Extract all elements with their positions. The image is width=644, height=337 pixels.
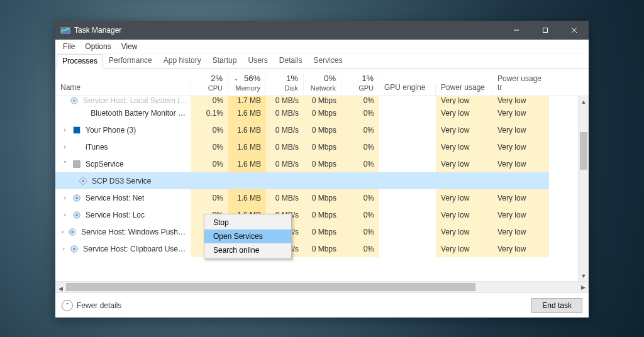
- cell-gpu: 0%: [341, 223, 379, 240]
- col-gpu[interactable]: 1%GPU: [341, 74, 379, 96]
- svg-point-18: [74, 248, 76, 250]
- chevron-up-icon: ⌃: [62, 300, 73, 311]
- cell-name: ›Service Host: Loc: [55, 206, 191, 223]
- col-power[interactable]: Power usage: [436, 83, 492, 96]
- cell-disk: 0 MB/s: [266, 96, 304, 104]
- tab-details[interactable]: Details: [274, 53, 308, 68]
- table-row[interactable]: ›Service Host: Net0%1.6 MB0 MB/s0 Mbps0%…: [55, 189, 578, 206]
- process-icon: [72, 210, 82, 220]
- scroll-up-icon[interactable]: ▲: [579, 96, 589, 107]
- ctx-open-services[interactable]: Open Services: [204, 229, 291, 243]
- col-gpuengine[interactable]: GPU engine: [379, 83, 436, 96]
- table-row[interactable]: SCP DS3 Service: [55, 172, 578, 189]
- process-name: Service Host: Windows Push…: [81, 228, 186, 236]
- window-title: Task Manager: [74, 26, 502, 35]
- vscroll-thumb[interactable]: [580, 132, 587, 170]
- cell-disk: 0 MB/s: [266, 155, 304, 172]
- process-icon: [72, 193, 82, 203]
- expander-icon[interactable]: ˅: [60, 160, 69, 167]
- cell-gpuengine: [379, 104, 436, 121]
- cell-gpuengine: [379, 189, 436, 206]
- col-cpu[interactable]: 2%CPU: [191, 74, 228, 96]
- expander-icon[interactable]: ›: [60, 228, 65, 235]
- cell-power: Very low: [436, 189, 492, 206]
- menu-options[interactable]: Options: [80, 41, 116, 52]
- cell-powertrend: Very low: [492, 223, 549, 240]
- fewer-details-label: Fewer details: [77, 301, 121, 310]
- menu-view[interactable]: View: [116, 41, 143, 52]
- cell-cpu: 0%: [191, 96, 228, 104]
- fewer-details-toggle[interactable]: ⌃ Fewer details: [62, 300, 121, 311]
- cell-gpuengine: [379, 172, 436, 189]
- cell-memory: 1.6 MB: [228, 138, 266, 155]
- cell-network: 0 Mbps: [304, 104, 341, 121]
- end-task-button[interactable]: End task: [531, 298, 582, 313]
- cell-power: Very low: [436, 104, 492, 121]
- table-row[interactable]: ›iTunes0%1.6 MB0 MB/s0 Mbps0%Very lowVer…: [55, 138, 578, 155]
- vertical-scrollbar[interactable]: ▲ ▼: [578, 96, 589, 281]
- col-memory[interactable]: ⌄ 56%Memory: [228, 74, 266, 96]
- tab-users[interactable]: Users: [242, 53, 273, 68]
- cell-powertrend: Very low: [492, 104, 549, 121]
- minimize-button[interactable]: [502, 21, 531, 40]
- expander-icon[interactable]: ›: [60, 126, 69, 133]
- tab-services[interactable]: Services: [308, 53, 348, 68]
- tab-startup[interactable]: Startup: [207, 53, 243, 68]
- horizontal-scrollbar[interactable]: ◀ ▶: [55, 281, 589, 292]
- table-row[interactable]: ›Your Phone (3)0%1.6 MB0 MB/s0 Mbps0%Ver…: [55, 121, 578, 138]
- cell-powertrend: Very low: [492, 121, 549, 138]
- process-icon: [77, 108, 87, 118]
- col-disk[interactable]: 1%Disk: [266, 74, 304, 96]
- tab-processes[interactable]: Processes: [57, 54, 103, 69]
- tab-performance[interactable]: Performance: [103, 53, 158, 68]
- col-powertrend[interactable]: Power usage tr: [492, 74, 549, 96]
- expander-icon[interactable]: ›: [60, 211, 69, 218]
- expander-icon[interactable]: ›: [60, 245, 67, 252]
- tab-apphistory[interactable]: App history: [158, 53, 207, 68]
- cell-disk: 0 MB/s: [266, 104, 304, 121]
- expander-icon[interactable]: ›: [60, 143, 69, 150]
- table-row[interactable]: ›Service Host: Windows Push…0%1.6 MB0 MB…: [55, 223, 578, 240]
- cell-network: 0 Mbps: [304, 96, 341, 104]
- context-menu: Stop Open Services Search online: [204, 214, 292, 259]
- table-row[interactable]: ›Service Host: Loc0%1.6 MB0 MB/s0 Mbps0%…: [55, 206, 578, 223]
- cell-name: ›iTunes: [55, 138, 191, 155]
- cell-gpu: 0%: [341, 121, 379, 138]
- process-name: Service Host: Clipboard Use…: [83, 245, 186, 253]
- ctx-search-online[interactable]: Search online: [204, 243, 291, 257]
- scroll-right-icon[interactable]: ▶: [578, 282, 589, 292]
- cell-gpu: 0%: [341, 104, 379, 121]
- cell-network: 0 Mbps: [304, 138, 341, 155]
- maximize-button[interactable]: [531, 21, 560, 40]
- table-row[interactable]: Bluetooth Battery Monitor …0.1%1.6 MB0 M…: [55, 104, 578, 121]
- col-network[interactable]: 0%Network: [304, 74, 341, 96]
- cell-disk: 0 MB/s: [266, 138, 304, 155]
- ctx-stop[interactable]: Stop: [204, 216, 291, 229]
- close-button[interactable]: [560, 21, 589, 40]
- cell-gpu: 0%: [341, 189, 379, 206]
- scroll-down-icon[interactable]: ▼: [579, 270, 589, 281]
- cell-name: ›Service Host: Net: [55, 189, 191, 206]
- cell-network: 0 Mbps: [304, 240, 341, 257]
- cell-cpu: 0.1%: [191, 104, 228, 121]
- cell-name: SCP DS3 Service: [55, 172, 191, 189]
- table-row[interactable]: ›Service Host: Clipboard Use…0%1.6 MB0 M…: [55, 240, 578, 257]
- titlebar[interactable]: Task Manager: [55, 21, 589, 40]
- cell-gpuengine: [379, 155, 436, 172]
- cell-gpuengine: [379, 96, 436, 104]
- cell-cpu: [191, 172, 228, 189]
- expander-icon[interactable]: ›: [60, 194, 69, 201]
- cell-gpu: 0%: [341, 138, 379, 155]
- scroll-left-icon[interactable]: ◀: [55, 283, 66, 292]
- hscroll-thumb[interactable]: [66, 283, 475, 291]
- cell-memory: 1.6 MB: [228, 121, 266, 138]
- menu-file[interactable]: File: [58, 41, 80, 52]
- process-name: iTunes: [86, 143, 108, 152]
- svg-point-16: [71, 231, 74, 233]
- table-row[interactable]: ˅ScpService0%1.6 MB0 MB/s0 Mbps0%Very lo…: [55, 155, 578, 172]
- process-name: Service Host: Local System (…: [83, 96, 187, 104]
- svg-point-10: [82, 180, 84, 182]
- col-name[interactable]: Name: [55, 83, 191, 96]
- process-icon: [72, 159, 82, 169]
- table-row[interactable]: Service Host: Local System (…0%1.7 MB0 M…: [55, 96, 578, 104]
